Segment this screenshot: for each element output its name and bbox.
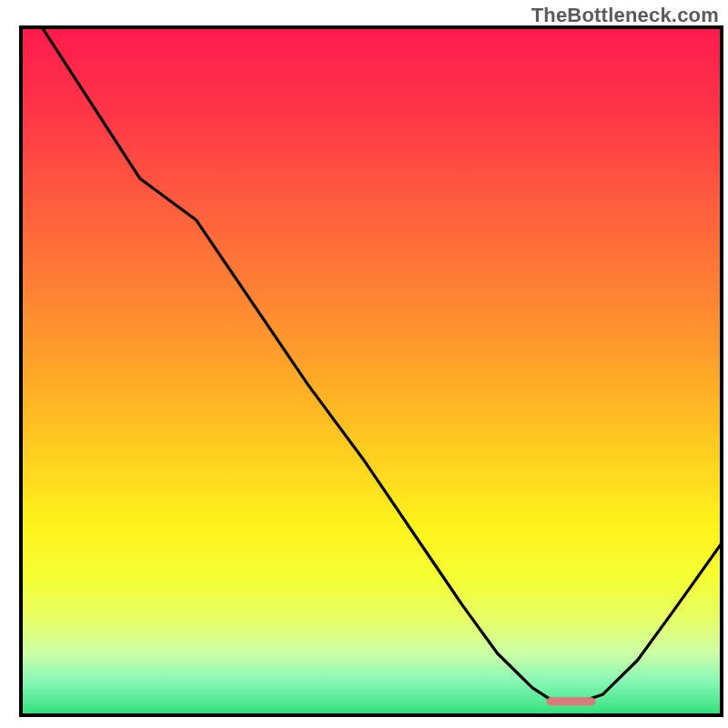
plot-background <box>21 27 722 715</box>
flat-zone-marker <box>547 697 596 705</box>
chart-canvas: TheBottleneck.com <box>0 0 728 728</box>
chart-svg <box>0 0 728 728</box>
